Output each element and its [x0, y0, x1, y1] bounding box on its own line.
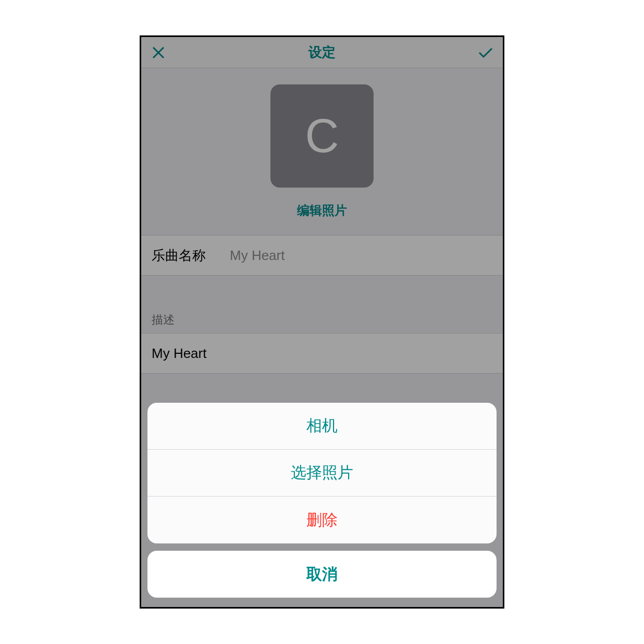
- page-title: 设定: [141, 43, 503, 61]
- action-choose-photo[interactable]: 选择照片: [147, 450, 497, 497]
- confirm-button[interactable]: [478, 45, 493, 60]
- close-icon: [152, 46, 165, 59]
- song-name-label: 乐曲名称: [152, 246, 230, 265]
- close-button[interactable]: [151, 45, 166, 60]
- edit-photo-button[interactable]: 编辑照片: [297, 202, 347, 219]
- description-row[interactable]: My Heart: [141, 333, 503, 374]
- check-icon: [478, 46, 493, 59]
- description-value: My Heart: [152, 345, 206, 362]
- action-camera[interactable]: 相机: [147, 403, 497, 450]
- action-cancel[interactable]: 取消: [147, 551, 497, 598]
- app-frame: 设定 C 编辑照片 乐曲名称 My Heart 描述 My Heart 相机 选…: [140, 35, 504, 609]
- header: 设定: [141, 37, 503, 68]
- action-delete[interactable]: 删除: [147, 497, 497, 543]
- action-sheet-group: 相机 选择照片 删除: [147, 403, 497, 543]
- photo-section: C 编辑照片: [141, 68, 503, 235]
- song-name-row[interactable]: 乐曲名称 My Heart: [141, 235, 503, 276]
- song-name-value: My Heart: [230, 247, 284, 264]
- action-sheet: 相机 选择照片 删除 取消: [147, 403, 497, 598]
- avatar[interactable]: C: [270, 84, 374, 188]
- description-label: 描述: [141, 312, 503, 333]
